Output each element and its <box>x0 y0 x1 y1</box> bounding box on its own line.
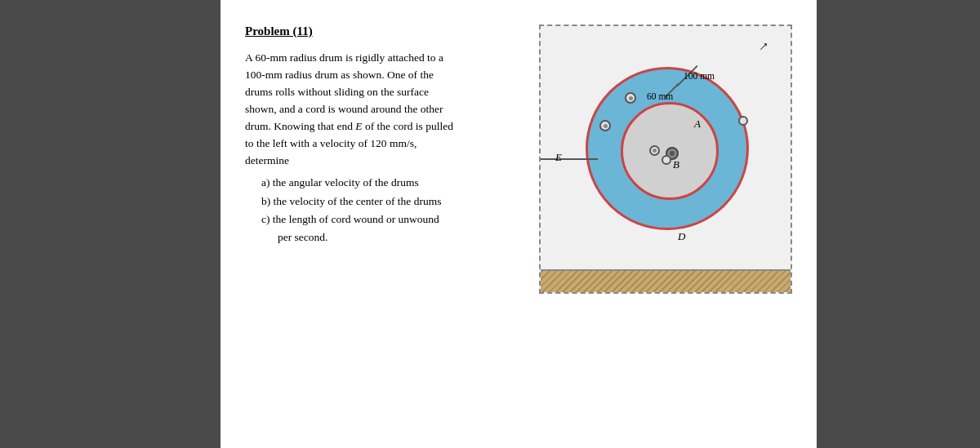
cord-line <box>541 158 598 160</box>
point-a-circle <box>738 116 748 126</box>
diagram-box: ↑ <box>539 24 792 294</box>
sub-items: a) the angular velocity of the drums b) … <box>261 174 523 246</box>
sidebar-left <box>0 0 220 448</box>
sub-item-c-cont: per second. <box>278 228 523 246</box>
label-d: D <box>678 230 685 243</box>
sidebar-right <box>817 0 980 448</box>
label-b: B <box>673 158 679 171</box>
label-100mm: 100 mm <box>684 71 715 81</box>
sub-item-a: a) the angular velocity of the drums <box>261 174 523 192</box>
problem-description: A 60-mm radius drum is rigidly attached … <box>245 50 523 169</box>
point-b-circle <box>662 155 671 165</box>
screw-top <box>625 92 636 104</box>
text-section: Problem (11) A 60-mm radius drum is rigi… <box>245 24 523 432</box>
diagram-section: ↑ <box>539 24 792 432</box>
label-60mm: 60 mm <box>647 91 673 101</box>
label-a: A <box>694 118 701 131</box>
problem-title: Problem (11) <box>245 24 523 38</box>
inner-drum <box>621 102 719 200</box>
arrow-top: ↑ <box>755 38 773 55</box>
label-e: E <box>555 151 562 164</box>
sub-item-b: b) the velocity of the center of the dru… <box>261 193 523 211</box>
screw-left <box>599 120 611 131</box>
point-b-indicator <box>649 145 660 156</box>
sub-item-c: c) the length of cord wound or unwound <box>261 211 523 228</box>
ground <box>541 269 791 292</box>
main-content: Problem (11) A 60-mm radius drum is rigi… <box>220 0 817 448</box>
